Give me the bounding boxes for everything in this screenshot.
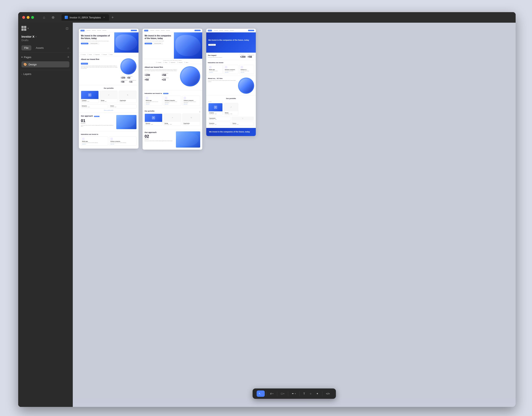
brix-logo <box>21 26 26 31</box>
comment-tool[interactable]: ○ <box>308 390 314 397</box>
page-1-nav: Invstor X <box>79 29 139 32</box>
page-2-portfolio-1-icon: ✦ <box>152 116 155 119</box>
page-2-hero-btns: Find out more Investment portfolio <box>145 43 172 44</box>
page-preview-2[interactable]: Invstor X We invest in the companies of … <box>142 29 202 149</box>
file-button[interactable]: File <box>21 45 31 50</box>
traffic-lights <box>22 16 34 19</box>
rect-tool[interactable]: □ ▾ <box>279 390 286 397</box>
page-2-approach-num: 02 <box>145 134 174 138</box>
select-tool-chevron: ▾ <box>262 393 263 395</box>
page-2-sphere <box>180 66 200 86</box>
page-1-approach-image <box>116 115 136 129</box>
page-2-hero-subtitle: Lorem ipsum dolor sit amet consectetur a… <box>145 40 172 42</box>
frame-tool[interactable]: # ▾ <box>268 390 276 397</box>
page-2-portfolio-grid: ✦ Sayonore Batch Engine · 2023 <box>145 114 200 126</box>
tab-title: Invstor X | BRIX Templates <box>70 16 101 19</box>
project-name[interactable]: Invstor X › <box>21 35 69 38</box>
page-2-stats: Companies+200 Capital investment+5B Team… <box>145 73 178 81</box>
page-3-portfolio-2-info: Startup Batch Engine · 2025 <box>224 111 238 115</box>
page-1-stats: Companies+200 Team members+50 Capital in… <box>121 76 136 83</box>
page-3-hero-title: We invest in the companies of the future… <box>208 39 254 41</box>
page-3-industry-2: Hardware companies Lorem ipsum dolor sit… <box>224 65 238 74</box>
project-name-area: Invstor X › Drafts <box>18 33 73 43</box>
page-2-trust-items: Company Startup Organization Enterprise … <box>144 62 200 63</box>
page-2-about-text: About our invest firm Lorem ipsum dolor … <box>145 66 178 88</box>
layout-toggle-icon[interactable]: ⊡ <box>65 26 69 31</box>
text-tool-icon: T <box>303 392 305 395</box>
page-2-about: About our invest firm Lorem ipsum dolor … <box>142 64 202 90</box>
page-1-approach: Our approach Find out more 01 Discovery … <box>79 113 139 131</box>
page-1-hero-text: We invest in the companies of the future… <box>79 32 114 53</box>
page-2-logo: Invstor X <box>144 30 148 31</box>
trust-item-5: Mento... <box>109 54 113 55</box>
project-chevron-icon: › <box>36 35 36 38</box>
canvas-area[interactable]: Invstor X We inve <box>73 23 516 407</box>
tab-close-button[interactable]: × <box>103 16 106 19</box>
new-tab-button[interactable]: + <box>110 15 115 20</box>
page-preview-1[interactable]: Invstor X We inve <box>79 29 139 149</box>
layers-header[interactable]: › Layers <box>21 72 69 76</box>
app-content: ▾ ⊡ Invstor X › Drafts File Assets ⌕ <box>18 23 516 407</box>
pages-title[interactable]: ▾ Pages <box>21 56 31 59</box>
industry-name-1: Mobile apps <box>82 141 107 142</box>
page-2-portfolio-arrow: › <box>199 110 200 113</box>
active-page-item[interactable]: 🎨 Design <box>21 61 69 67</box>
file-assets-bar: File Assets ⌕ <box>18 43 73 52</box>
page-2-industries-tag: Find out more <box>163 93 169 94</box>
home-icon[interactable]: ⌂ <box>41 15 47 20</box>
page-3-industry-3: Software co... Lorem ipsum dolor sit ame… <box>239 65 254 74</box>
page-1-industries-grid: Mobile apps Lorem ipsum dolor sit amet c… <box>81 137 136 146</box>
page-3-industry-link-2: Learn more → <box>225 72 237 73</box>
page-3-industry-name-1: Mobile apps <box>209 69 221 70</box>
page-3-industry-icon-2 <box>225 66 227 69</box>
page-2-nav-cta <box>195 30 200 31</box>
trust-item-3: Organization <box>94 54 100 55</box>
page-2-portfolio: Our portofiio › ✦ Sayonore <box>142 108 202 129</box>
page-2-industries-title: Industries we invest in <box>145 92 162 94</box>
page-3-about-vc-desc: Lorem ipsum dolor sit amet consectetur a… <box>208 80 236 82</box>
maximize-button[interactable] <box>31 16 34 19</box>
logo-area[interactable]: ▾ <box>21 26 29 31</box>
layers-chevron-icon: › <box>21 73 22 75</box>
page-2-portfolio-1-img: ✦ <box>145 114 162 122</box>
portfolio-card-3: ↻ Organization Showing · 2026 <box>119 91 136 103</box>
search-button[interactable]: ⌕ <box>67 46 69 50</box>
globe-icon[interactable]: ⊕ <box>50 15 56 20</box>
frame-tool-icon: # <box>270 392 272 395</box>
toolbar-divider-4 <box>299 391 300 396</box>
page-3-portfolio-1-info: Company Batch Engine · 2022 <box>209 111 222 115</box>
pen-tool[interactable]: ✒ ▾ <box>290 390 298 397</box>
industry-card-1: Mobile apps Lorem ipsum dolor sit amet c… <box>81 137 108 146</box>
page-3-industry-link-3: Learn more → <box>241 72 253 73</box>
page-3-portfolio-socials: f t in <box>208 101 254 102</box>
active-tab[interactable]: Invstor X | BRIX Templates × <box>61 14 109 21</box>
page-3-portfolio-5: Enterprise Batch Engine · 2027 <box>208 122 230 126</box>
portfolio-card-1-info: Company Batch Engine · 2022 <box>81 99 98 103</box>
toolbar-divider-5 <box>322 391 322 396</box>
page-2-portfolio-3-img: ↻ <box>183 114 200 122</box>
portfolio-card-3-img: ↻ <box>119 91 136 99</box>
page-1-nav-links <box>86 30 106 31</box>
page-3-portfolio-1: ✦ Company Batch Engine · 2022 <box>208 103 223 115</box>
page-preview-3[interactable]: Invstor X We invest in the companies of … <box>206 29 256 136</box>
add-page-button[interactable]: + <box>67 55 69 59</box>
text-tool[interactable]: T <box>301 390 307 397</box>
assets-button[interactable]: Assets <box>33 45 47 50</box>
ai-tool[interactable]: ✦ <box>314 390 321 397</box>
page-3-impact-text: Our impact Lorem ipsum dolor sit amet co… <box>208 54 238 58</box>
page-1-approach-label: Discovery <box>81 123 114 124</box>
code-tool[interactable]: </> <box>324 390 332 397</box>
minimize-button[interactable] <box>27 16 29 19</box>
select-tool[interactable]: ↖ ▾ <box>256 390 265 397</box>
page-3-bottom-title: We invest in the companies of the future… <box>209 131 253 133</box>
page-2-industry-name-1: Mobile apps <box>146 100 161 101</box>
close-button[interactable] <box>22 16 25 19</box>
page-3-sphere-inner <box>239 79 253 93</box>
page-2-industries-grid: Mobile apps Lorem ipsum dolor sit amet c… <box>145 96 200 106</box>
page-1-portfolio-grid: ✦ Company Batch Engine · 2022 <box>81 91 136 103</box>
page-3-industry-desc-1: Lorem ipsum dolor sit amet <box>209 71 221 72</box>
page-2-portfolio-3-info: Organization Showing · 2026 <box>183 122 200 126</box>
page-1-hero-btns: Find out more Investment portfolio <box>81 43 112 44</box>
industry-desc-1: Lorem ipsum dolor sit amet consectetur a… <box>82 142 107 143</box>
page-2-industry-name-3: Software companies <box>184 100 199 101</box>
